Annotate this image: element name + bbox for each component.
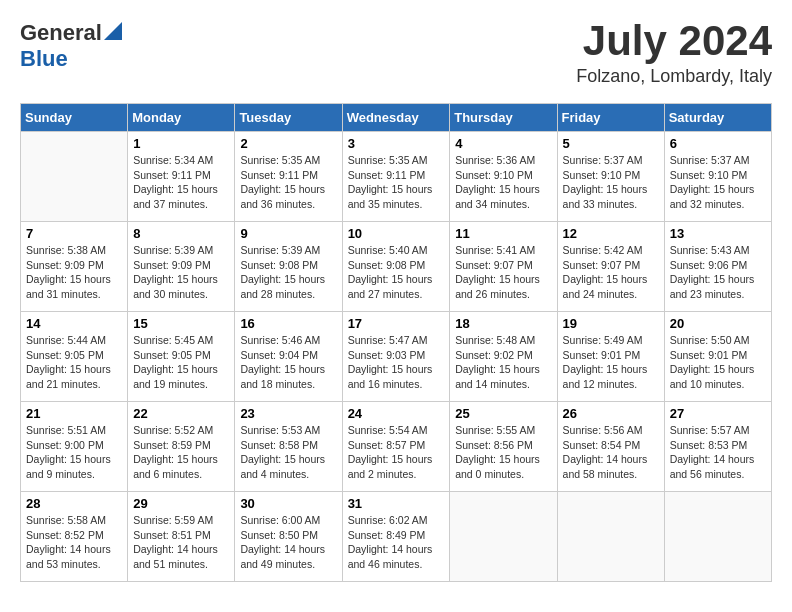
column-header-friday: Friday — [557, 104, 664, 132]
day-info: Sunrise: 5:58 AM Sunset: 8:52 PM Dayligh… — [26, 513, 122, 572]
day-number: 15 — [133, 316, 229, 331]
day-info: Sunrise: 5:43 AM Sunset: 9:06 PM Dayligh… — [670, 243, 766, 302]
calendar-cell: 3Sunrise: 5:35 AM Sunset: 9:11 PM Daylig… — [342, 132, 450, 222]
calendar-cell: 16Sunrise: 5:46 AM Sunset: 9:04 PM Dayli… — [235, 312, 342, 402]
day-number: 11 — [455, 226, 551, 241]
calendar-cell: 18Sunrise: 5:48 AM Sunset: 9:02 PM Dayli… — [450, 312, 557, 402]
calendar-cell: 14Sunrise: 5:44 AM Sunset: 9:05 PM Dayli… — [21, 312, 128, 402]
calendar-cell: 21Sunrise: 5:51 AM Sunset: 9:00 PM Dayli… — [21, 402, 128, 492]
calendar-week-row: 14Sunrise: 5:44 AM Sunset: 9:05 PM Dayli… — [21, 312, 772, 402]
calendar-cell: 25Sunrise: 5:55 AM Sunset: 8:56 PM Dayli… — [450, 402, 557, 492]
calendar-cell — [557, 492, 664, 582]
calendar-cell: 10Sunrise: 5:40 AM Sunset: 9:08 PM Dayli… — [342, 222, 450, 312]
calendar-week-row: 28Sunrise: 5:58 AM Sunset: 8:52 PM Dayli… — [21, 492, 772, 582]
calendar-week-row: 21Sunrise: 5:51 AM Sunset: 9:00 PM Dayli… — [21, 402, 772, 492]
month-title: July 2024 — [576, 20, 772, 62]
day-number: 14 — [26, 316, 122, 331]
day-info: Sunrise: 5:40 AM Sunset: 9:08 PM Dayligh… — [348, 243, 445, 302]
day-number: 3 — [348, 136, 445, 151]
calendar-cell: 29Sunrise: 5:59 AM Sunset: 8:51 PM Dayli… — [128, 492, 235, 582]
calendar-cell: 27Sunrise: 5:57 AM Sunset: 8:53 PM Dayli… — [664, 402, 771, 492]
day-number: 9 — [240, 226, 336, 241]
logo-triangle-icon — [104, 22, 122, 40]
logo-blue-text: Blue — [20, 46, 68, 72]
calendar-week-row: 7Sunrise: 5:38 AM Sunset: 9:09 PM Daylig… — [21, 222, 772, 312]
calendar-cell: 12Sunrise: 5:42 AM Sunset: 9:07 PM Dayli… — [557, 222, 664, 312]
calendar-table: SundayMondayTuesdayWednesdayThursdayFrid… — [20, 103, 772, 582]
day-info: Sunrise: 5:39 AM Sunset: 9:09 PM Dayligh… — [133, 243, 229, 302]
day-number: 20 — [670, 316, 766, 331]
calendar-cell: 8Sunrise: 5:39 AM Sunset: 9:09 PM Daylig… — [128, 222, 235, 312]
column-header-saturday: Saturday — [664, 104, 771, 132]
day-info: Sunrise: 5:48 AM Sunset: 9:02 PM Dayligh… — [455, 333, 551, 392]
title-section: July 2024 Folzano, Lombardy, Italy — [576, 20, 772, 87]
day-info: Sunrise: 6:00 AM Sunset: 8:50 PM Dayligh… — [240, 513, 336, 572]
day-number: 31 — [348, 496, 445, 511]
day-info: Sunrise: 5:37 AM Sunset: 9:10 PM Dayligh… — [670, 153, 766, 212]
day-number: 27 — [670, 406, 766, 421]
day-info: Sunrise: 5:51 AM Sunset: 9:00 PM Dayligh… — [26, 423, 122, 482]
calendar-cell: 6Sunrise: 5:37 AM Sunset: 9:10 PM Daylig… — [664, 132, 771, 222]
calendar-cell: 22Sunrise: 5:52 AM Sunset: 8:59 PM Dayli… — [128, 402, 235, 492]
logo-general-text: General — [20, 20, 102, 46]
day-info: Sunrise: 6:02 AM Sunset: 8:49 PM Dayligh… — [348, 513, 445, 572]
calendar-cell: 7Sunrise: 5:38 AM Sunset: 9:09 PM Daylig… — [21, 222, 128, 312]
day-info: Sunrise: 5:42 AM Sunset: 9:07 PM Dayligh… — [563, 243, 659, 302]
calendar-cell: 13Sunrise: 5:43 AM Sunset: 9:06 PM Dayli… — [664, 222, 771, 312]
day-number: 12 — [563, 226, 659, 241]
day-info: Sunrise: 5:47 AM Sunset: 9:03 PM Dayligh… — [348, 333, 445, 392]
day-number: 5 — [563, 136, 659, 151]
day-number: 28 — [26, 496, 122, 511]
day-info: Sunrise: 5:54 AM Sunset: 8:57 PM Dayligh… — [348, 423, 445, 482]
calendar-cell: 9Sunrise: 5:39 AM Sunset: 9:08 PM Daylig… — [235, 222, 342, 312]
day-info: Sunrise: 5:34 AM Sunset: 9:11 PM Dayligh… — [133, 153, 229, 212]
calendar-cell: 20Sunrise: 5:50 AM Sunset: 9:01 PM Dayli… — [664, 312, 771, 402]
logo: General Blue — [20, 20, 122, 72]
day-number: 24 — [348, 406, 445, 421]
day-info: Sunrise: 5:56 AM Sunset: 8:54 PM Dayligh… — [563, 423, 659, 482]
calendar-cell: 26Sunrise: 5:56 AM Sunset: 8:54 PM Dayli… — [557, 402, 664, 492]
day-info: Sunrise: 5:45 AM Sunset: 9:05 PM Dayligh… — [133, 333, 229, 392]
day-number: 18 — [455, 316, 551, 331]
day-number: 13 — [670, 226, 766, 241]
calendar-cell: 5Sunrise: 5:37 AM Sunset: 9:10 PM Daylig… — [557, 132, 664, 222]
column-header-sunday: Sunday — [21, 104, 128, 132]
calendar-cell — [21, 132, 128, 222]
calendar-week-row: 1Sunrise: 5:34 AM Sunset: 9:11 PM Daylig… — [21, 132, 772, 222]
calendar-cell: 19Sunrise: 5:49 AM Sunset: 9:01 PM Dayli… — [557, 312, 664, 402]
day-number: 16 — [240, 316, 336, 331]
day-info: Sunrise: 5:52 AM Sunset: 8:59 PM Dayligh… — [133, 423, 229, 482]
day-number: 19 — [563, 316, 659, 331]
calendar-cell: 28Sunrise: 5:58 AM Sunset: 8:52 PM Dayli… — [21, 492, 128, 582]
calendar-cell: 11Sunrise: 5:41 AM Sunset: 9:07 PM Dayli… — [450, 222, 557, 312]
day-info: Sunrise: 5:44 AM Sunset: 9:05 PM Dayligh… — [26, 333, 122, 392]
day-number: 30 — [240, 496, 336, 511]
calendar-cell: 17Sunrise: 5:47 AM Sunset: 9:03 PM Dayli… — [342, 312, 450, 402]
day-info: Sunrise: 5:39 AM Sunset: 9:08 PM Dayligh… — [240, 243, 336, 302]
day-info: Sunrise: 5:55 AM Sunset: 8:56 PM Dayligh… — [455, 423, 551, 482]
calendar-cell: 30Sunrise: 6:00 AM Sunset: 8:50 PM Dayli… — [235, 492, 342, 582]
page-header: General Blue July 2024 Folzano, Lombardy… — [20, 20, 772, 87]
day-info: Sunrise: 5:38 AM Sunset: 9:09 PM Dayligh… — [26, 243, 122, 302]
day-number: 2 — [240, 136, 336, 151]
calendar-cell — [450, 492, 557, 582]
day-number: 1 — [133, 136, 229, 151]
day-info: Sunrise: 5:53 AM Sunset: 8:58 PM Dayligh… — [240, 423, 336, 482]
day-info: Sunrise: 5:36 AM Sunset: 9:10 PM Dayligh… — [455, 153, 551, 212]
day-info: Sunrise: 5:35 AM Sunset: 9:11 PM Dayligh… — [240, 153, 336, 212]
day-info: Sunrise: 5:50 AM Sunset: 9:01 PM Dayligh… — [670, 333, 766, 392]
calendar-cell: 1Sunrise: 5:34 AM Sunset: 9:11 PM Daylig… — [128, 132, 235, 222]
day-number: 8 — [133, 226, 229, 241]
calendar-cell: 4Sunrise: 5:36 AM Sunset: 9:10 PM Daylig… — [450, 132, 557, 222]
column-header-wednesday: Wednesday — [342, 104, 450, 132]
day-info: Sunrise: 5:37 AM Sunset: 9:10 PM Dayligh… — [563, 153, 659, 212]
calendar-cell: 24Sunrise: 5:54 AM Sunset: 8:57 PM Dayli… — [342, 402, 450, 492]
day-info: Sunrise: 5:41 AM Sunset: 9:07 PM Dayligh… — [455, 243, 551, 302]
day-info: Sunrise: 5:35 AM Sunset: 9:11 PM Dayligh… — [348, 153, 445, 212]
svg-marker-0 — [104, 22, 122, 40]
day-number: 25 — [455, 406, 551, 421]
day-number: 29 — [133, 496, 229, 511]
calendar-cell — [664, 492, 771, 582]
calendar-cell: 15Sunrise: 5:45 AM Sunset: 9:05 PM Dayli… — [128, 312, 235, 402]
day-number: 4 — [455, 136, 551, 151]
